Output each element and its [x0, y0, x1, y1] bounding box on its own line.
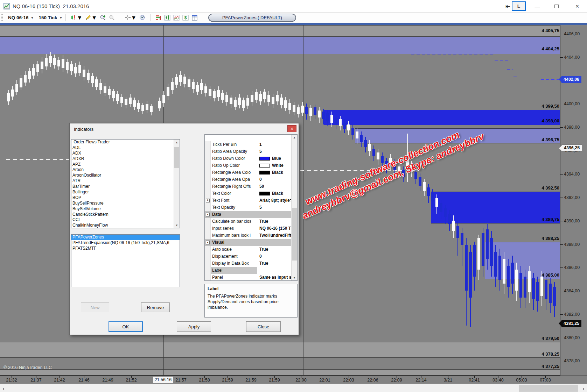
crosshair-button[interactable]: ▼: [125, 15, 137, 21]
collapse-icon[interactable]: -: [206, 213, 210, 216]
scroll-up-icon[interactable]: ▲: [292, 135, 297, 140]
new-button[interactable]: New: [81, 302, 109, 312]
ok-button[interactable]: OK: [109, 321, 143, 332]
property-row[interactable]: Calculate on bar closTrue: [205, 218, 292, 225]
market-analyzer-button[interactable]: [155, 15, 161, 21]
property-value[interactable]: Black: [257, 169, 292, 176]
list-item[interactable]: Bollinger: [71, 190, 174, 195]
configured-indicator-item[interactable]: PFAPowerZones: [71, 235, 180, 240]
property-row[interactable]: Display in Data BoxTrue: [205, 260, 292, 267]
chart-trader-button[interactable]: [164, 15, 170, 21]
list-item[interactable]: CCI: [71, 217, 174, 223]
property-value[interactable]: 50: [257, 183, 292, 190]
toolbar-grip[interactable]: [1, 14, 3, 21]
property-value[interactable]: Arial; 8pt; style=Bold: [257, 197, 292, 204]
property-row[interactable]: Label: [205, 267, 292, 274]
line-chart-button[interactable]: [173, 15, 180, 21]
property-row[interactable]: PanelSame as input series▼: [205, 274, 292, 280]
instrument-selector[interactable]: NQ 06-16 ▼: [8, 15, 34, 20]
remove-button[interactable]: Remove: [141, 302, 170, 312]
scroll-left-icon[interactable]: ‹: [0, 384, 7, 392]
scrollbar-thumb[interactable]: [519, 385, 578, 392]
property-row[interactable]: +Text FontArial; 8pt; style=Bold: [205, 197, 292, 204]
property-row[interactable]: -Data: [205, 211, 292, 218]
configured-indicator-item[interactable]: PFATrendExpansion(NQ 06-16 (150 Tick),21…: [71, 240, 180, 246]
list-item[interactable]: Order Flows Trader: [71, 140, 174, 145]
property-value[interactable]: 0: [257, 176, 292, 183]
expand-icon[interactable]: +: [206, 199, 210, 202]
property-grid-scrollbar[interactable]: ▲ ▼: [291, 135, 297, 280]
property-value[interactable]: 0: [257, 253, 292, 260]
property-value[interactable]: True: [257, 218, 292, 225]
scroll-right-icon[interactable]: ›: [580, 384, 587, 392]
property-value[interactable]: [257, 267, 292, 274]
property-row[interactable]: -Visual: [205, 239, 292, 246]
maximize-button[interactable]: [551, 1, 562, 11]
property-row[interactable]: Input seriesNQ 06-16 (150 Tick): [205, 225, 292, 232]
property-value[interactable]: NQ 06-16 (150 Tick): [257, 225, 292, 232]
property-value[interactable]: 1: [257, 141, 292, 148]
list-item[interactable]: ADXR: [71, 156, 174, 162]
configured-indicator-item[interactable]: PFATS2MTF: [71, 246, 180, 251]
property-row[interactable]: Rectangle Right Offs50: [205, 183, 292, 190]
close-window-button[interactable]: ✕: [571, 1, 583, 11]
list-item[interactable]: ChaikinMoneyFlow: [71, 223, 174, 228]
list-item[interactable]: BuySellPressure: [71, 201, 174, 206]
collapse-icon[interactable]: -: [206, 241, 210, 244]
close-button[interactable]: Close: [246, 321, 281, 332]
zoom-in-button[interactable]: [100, 15, 106, 21]
property-value[interactable]: TwoHundredFiftySix: [257, 232, 292, 239]
snapshot-button[interactable]: [139, 15, 146, 21]
property-value[interactable]: 5: [257, 148, 292, 155]
property-row[interactable]: Ratio Area Opacity5: [205, 148, 292, 155]
property-value[interactable]: Blue: [257, 155, 292, 162]
property-row[interactable]: Text ColorBlack: [205, 190, 292, 197]
zoom-out-button[interactable]: [109, 15, 115, 21]
dropdown-icon[interactable]: ▼: [292, 275, 297, 280]
property-row[interactable]: Ratio Down ColorBlue: [205, 155, 292, 162]
horizontal-scrollbar[interactable]: ‹ ›: [0, 384, 587, 392]
list-item[interactable]: ATR: [71, 178, 174, 184]
property-value[interactable]: Same as input series▼: [257, 274, 292, 280]
list-item[interactable]: AroonOscillator: [71, 173, 174, 178]
property-row[interactable]: Ratio Up ColorWhite: [205, 162, 292, 169]
apply-button[interactable]: Apply: [177, 321, 211, 332]
list-item[interactable]: ADX: [71, 151, 174, 156]
property-row[interactable]: Rectangle Area Opa0: [205, 176, 292, 183]
interval-selector[interactable]: 150 Tick ▼: [39, 15, 62, 20]
chart-style-button[interactable]: ▼: [70, 15, 82, 21]
list-item[interactable]: ADL: [71, 145, 174, 151]
property-row[interactable]: Rectangle Area ColoBlack: [205, 169, 292, 176]
scroll-down-icon[interactable]: ▼: [174, 222, 180, 228]
property-row[interactable]: Text Opacity5: [205, 204, 292, 211]
property-value[interactable]: True: [257, 260, 292, 267]
property-row[interactable]: Ticks Per Bin1: [205, 141, 292, 148]
indicator-preset-button[interactable]: PFAPowerZones ( DEFAULT): [208, 14, 296, 22]
list-scrollbar[interactable]: ▲ ▼: [174, 140, 180, 228]
account-data-button[interactable]: $: [182, 15, 189, 21]
minimize-button[interactable]: —: [531, 1, 543, 11]
property-value[interactable]: 5: [257, 204, 292, 211]
available-indicators-list[interactable]: ▲ ▼ Order Flows TraderADLADXADXRAPZAroon…: [71, 139, 180, 228]
time-axis[interactable]: 21:3221:3721:4221:4621:4921:5221:5721:58…: [0, 376, 587, 384]
list-item[interactable]: BuySellVolume: [71, 206, 174, 212]
draw-tool-button[interactable]: ▼: [85, 15, 97, 21]
dialog-close-button[interactable]: ✕: [287, 125, 296, 132]
list-item[interactable]: BarTimer: [71, 184, 174, 190]
data-grid-button[interactable]: [191, 15, 198, 21]
list-item[interactable]: BOP: [71, 195, 174, 201]
property-row[interactable]: Auto scaleTrue: [205, 246, 292, 253]
list-item[interactable]: CandleStickPattern: [71, 212, 174, 218]
scrollbar-thumb[interactable]: [174, 147, 179, 168]
link-button[interactable]: L: [512, 1, 526, 11]
scrollbar-thumb[interactable]: [292, 208, 297, 261]
list-item[interactable]: Aroon: [71, 167, 174, 173]
property-value[interactable]: Black: [257, 190, 292, 197]
property-row[interactable]: Maximum bars look lTwoHundredFiftySix: [205, 232, 292, 239]
list-item[interactable]: APZ: [71, 162, 174, 168]
property-value[interactable]: White: [257, 162, 292, 169]
configured-indicators-list[interactable]: PFAPowerZonesPFATrendExpansion(NQ 06-16 …: [71, 234, 180, 287]
property-row[interactable]: Displacement0: [205, 253, 292, 260]
property-value[interactable]: True: [257, 246, 292, 253]
scroll-up-icon[interactable]: ▲: [174, 140, 180, 145]
